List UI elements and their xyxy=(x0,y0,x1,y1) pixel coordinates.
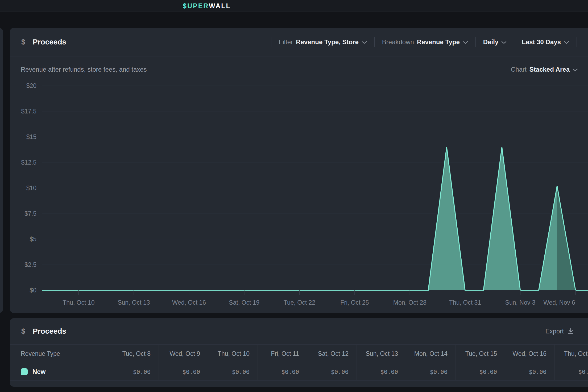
chevron-down-icon xyxy=(463,41,468,44)
column-header-revenue-type: Revenue Type xyxy=(10,345,109,363)
breakdown-control[interactable]: Breakdown Revenue Type xyxy=(382,38,468,46)
column-header-date: Mon, Oct 14 xyxy=(406,345,456,363)
download-icon xyxy=(567,328,574,335)
chevron-down-icon xyxy=(501,41,507,44)
table-value-cell: $0.00 xyxy=(406,363,456,380)
x-tick-label: Thu, Oct 10 xyxy=(63,299,94,307)
export-label: Export xyxy=(545,328,564,335)
chart-type-label: Chart xyxy=(511,66,527,73)
column-header-date: Fri, Oct 11 xyxy=(258,345,307,363)
breakdown-value: Revenue Type xyxy=(417,38,460,46)
table-header-row: Revenue TypeTue, Oct 8Wed, Oct 9Thu, Oct… xyxy=(10,344,588,363)
row-label: New xyxy=(32,368,45,375)
page: $UPERWALL $ Proceeds Filter Revenue Type… xyxy=(0,0,588,392)
chart-card-title: Proceeds xyxy=(33,28,66,56)
chart-type-control[interactable]: Chart Stacked Area xyxy=(511,66,578,74)
x-tick-label: Sun, Nov 3 xyxy=(505,299,536,307)
breakdown-label: Breakdown xyxy=(382,38,414,46)
table-value-cell: $0.00 xyxy=(307,363,357,380)
chevron-down-icon xyxy=(362,41,367,44)
filter-value: Revenue Type, Store xyxy=(296,38,359,46)
date-range-control[interactable]: Last 30 Days xyxy=(522,38,569,46)
chart-subtitle: Revenue after refunds, store fees, and t… xyxy=(21,66,147,74)
column-header-date: Wed, Oct 9 xyxy=(159,345,208,363)
divider xyxy=(374,37,375,47)
y-tick-label: $15 xyxy=(10,133,36,141)
table-value-cell: $0.00 xyxy=(109,363,159,380)
y-tick-label: $2.5 xyxy=(10,261,36,269)
y-tick-label: $0 xyxy=(10,286,36,294)
y-tick-label: $17.5 xyxy=(10,107,36,115)
top-bar: $UPERWALL xyxy=(0,0,588,11)
chart-controls: Filter Revenue Type, Store Breakdown Rev… xyxy=(264,28,584,56)
series-color-swatch xyxy=(21,368,28,375)
logo-text-primary: $UPER xyxy=(183,2,209,10)
table-card-title: Proceeds xyxy=(33,318,66,344)
table-value-cell: $0.00 xyxy=(456,363,505,380)
proceeds-chart-card: $ Proceeds Filter Revenue Type, Store Br… xyxy=(10,28,588,313)
column-header-date: Tue, Oct 8 xyxy=(109,345,159,363)
table-row: New$0.00$0.00$0.00$0.00$0.00$0.00$0.00$0… xyxy=(10,363,588,381)
column-header-date: Sat, Oct 12 xyxy=(307,345,357,363)
date-range-value: Last 30 Days xyxy=(522,38,561,46)
table-value-cell: $0.00 xyxy=(505,363,554,380)
y-tick-label: $7.5 xyxy=(10,210,36,218)
divider xyxy=(514,37,514,47)
x-tick-label: Wed, Oct 16 xyxy=(172,299,206,307)
divider xyxy=(577,37,577,47)
y-tick-label: $10 xyxy=(10,184,36,192)
y-tick-label: $5 xyxy=(10,235,36,243)
y-tick-label: $12.5 xyxy=(10,158,36,166)
column-header-date: Thu, Oct 10 xyxy=(208,345,258,363)
granularity-control[interactable]: Daily xyxy=(483,38,507,46)
adjacent-card-edge xyxy=(0,28,3,313)
x-tick-label: Thu, Oct 31 xyxy=(449,299,481,307)
x-tick-label: Tue, Oct 22 xyxy=(284,299,315,307)
dollar-icon: $ xyxy=(21,318,25,344)
column-header-date: Sun, Oct 13 xyxy=(357,345,406,363)
x-tick-label: Mon, Oct 28 xyxy=(393,299,426,307)
column-header-date: Wed, Oct 16 xyxy=(505,345,554,363)
column-header-date: Thu, Oct 17 xyxy=(554,345,588,363)
export-button[interactable]: Export xyxy=(545,318,574,344)
table-value-cell: $0.00 xyxy=(554,363,588,380)
superwall-logo: $UPERWALL xyxy=(183,0,231,11)
divider xyxy=(271,37,271,47)
chevron-down-icon xyxy=(564,41,569,44)
table-value-cell: $0.00 xyxy=(357,363,406,380)
header-separator xyxy=(10,56,588,56)
logo-text-secondary: WALL xyxy=(209,2,231,10)
table-value-cell: $0.00 xyxy=(258,363,307,380)
proceeds-table-card: $ Proceeds Export Revenue TypeTue, Oct 8… xyxy=(10,318,588,387)
chart-type-value: Stacked Area xyxy=(529,66,570,73)
filter-label: Filter xyxy=(279,38,293,46)
chart-card-header: $ Proceeds Filter Revenue Type, Store Br… xyxy=(10,28,588,56)
x-tick-label: Wed, Nov 6 xyxy=(543,299,575,307)
x-tick-label: Fri, Oct 25 xyxy=(340,299,369,307)
divider xyxy=(475,37,476,47)
x-tick-label: Sat, Oct 19 xyxy=(229,299,259,307)
x-tick-label: Sun, Oct 13 xyxy=(118,299,150,307)
filter-control[interactable]: Filter Revenue Type, Store xyxy=(279,38,367,46)
granularity-value: Daily xyxy=(483,38,498,46)
y-tick-label: $20 xyxy=(10,82,36,90)
chevron-down-icon xyxy=(573,68,578,72)
table-value-cell: $0.00 xyxy=(208,363,258,380)
proceeds-table: Revenue TypeTue, Oct 8Wed, Oct 9Thu, Oct… xyxy=(10,344,588,381)
stacked-area-plot xyxy=(42,86,588,290)
dollar-icon: $ xyxy=(21,28,25,56)
column-header-date: Tue, Oct 15 xyxy=(456,345,505,363)
table-value-cell: $0.00 xyxy=(159,363,208,380)
